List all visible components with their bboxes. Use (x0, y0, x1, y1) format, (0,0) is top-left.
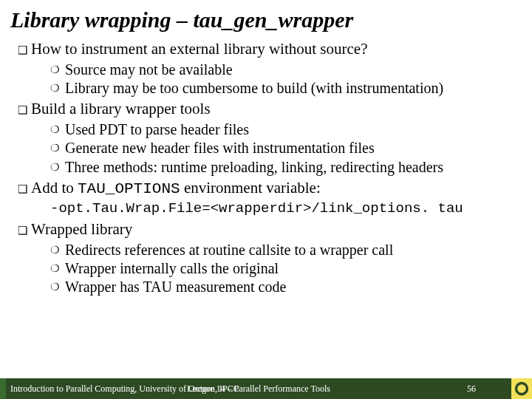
inline-code: TAU_OPTIONS (78, 180, 180, 197)
sub-item: ❍Wrapper internally calls the original (50, 259, 525, 277)
svg-point-0 (516, 383, 528, 395)
sub-item: ❍Library may be too cumbersome to build … (50, 79, 525, 97)
bullet-item: ❑ How to instrument an external library … (18, 40, 525, 59)
circle-bullet-icon: ❍ (50, 241, 65, 256)
slide-content: ❑ How to instrument an external library … (0, 37, 532, 399)
sub-list: ❍Redirects references at routine callsit… (50, 241, 525, 296)
circle-bullet-icon: ❍ (50, 61, 65, 76)
square-bullet-icon: ❑ (18, 179, 31, 196)
sub-list: ❍Source may not be available ❍Library ma… (50, 61, 525, 98)
code-line: -opt.Tau.Wrap.File=<wrapperdir>/link_opt… (50, 200, 525, 217)
footer-accent (0, 378, 6, 399)
circle-bullet-icon: ❍ (50, 139, 65, 154)
square-bullet-icon: ❑ (18, 40, 31, 57)
circle-bullet-icon: ❍ (50, 79, 65, 95)
sub-item: ❍Redirects references at routine callsit… (50, 241, 525, 259)
square-bullet-icon: ❑ (18, 220, 31, 237)
bullet-text: How to instrument an external library wi… (31, 40, 525, 59)
circle-bullet-icon: ❍ (50, 158, 65, 174)
bullet-text: Build a library wrapper tools (31, 100, 525, 119)
oregon-o-icon (514, 381, 529, 396)
sub-list: ❍Used PDT to parse header files ❍Generat… (50, 120, 525, 176)
square-bullet-icon: ❑ (18, 100, 31, 117)
page-number: 56 (467, 383, 476, 395)
bullet-text: Add to TAU_OPTIONS environment variable: (31, 179, 525, 199)
sub-item: ❍Source may not be available (50, 61, 525, 78)
sub-item: ❍Used PDT to parse header files (50, 120, 525, 138)
circle-bullet-icon: ❍ (50, 259, 65, 275)
bullet-item: ❑ Build a library wrapper tools (18, 100, 525, 119)
bullet-text: Wrapped library (31, 220, 525, 239)
university-logo (511, 378, 532, 399)
sub-item: ❍Wrapper has TAU measurement code (50, 278, 525, 296)
sub-item: ❍Three methods: runtime preloading, link… (50, 158, 525, 176)
bullet-item: ❑ Add to TAU_OPTIONS environment variabl… (18, 179, 525, 199)
slide: Library wrapping – tau_gen_wrapper ❑ How… (0, 0, 532, 399)
footer-center: Lecture 14 – Parallel Performance Tools (187, 383, 330, 395)
slide-title: Library wrapping – tau_gen_wrapper (0, 0, 532, 37)
circle-bullet-icon: ❍ (50, 278, 65, 293)
sub-item: ❍Generate new header files with instrume… (50, 139, 525, 157)
footer-bar: Introduction to Parallel Computing, Univ… (6, 378, 511, 399)
circle-bullet-icon: ❍ (50, 120, 65, 136)
bullet-item: ❑ Wrapped library (18, 220, 525, 239)
footer: Introduction to Parallel Computing, Univ… (0, 378, 532, 399)
